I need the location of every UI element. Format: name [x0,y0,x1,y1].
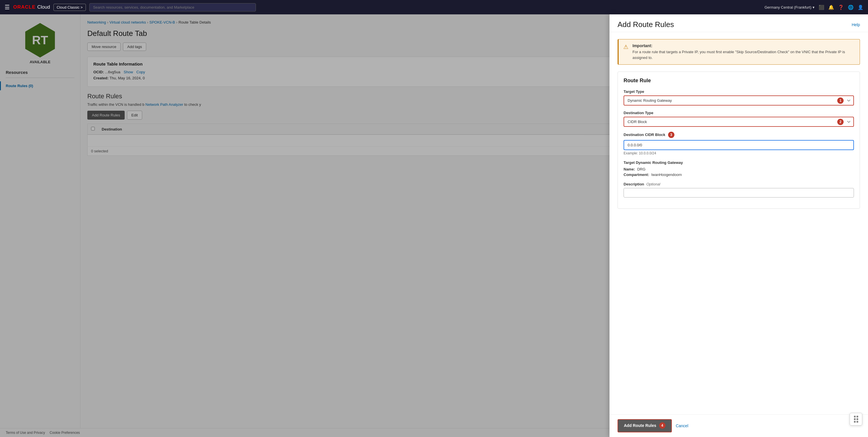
user-avatar-icon[interactable]: 👤 [858,5,863,10]
description-input[interactable] [624,188,854,198]
step-badge-4: 4 [659,423,665,429]
help-circle-icon[interactable]: ❓ [838,5,844,10]
banner-content: Important: For a route rule that targets… [632,43,855,60]
route-rule-card-title: Route Rule [624,78,854,84]
target-drg-compartment-row: Compartment: IwanHoogendoorn [624,173,854,177]
slide-panel: Add Route Rules Help ⚠ Important: For a … [610,14,868,437]
panel-body: ⚠ Important: For a route rule that targe… [610,32,868,414]
destination-cidr-label: Destination CIDR Block 3 [624,132,854,138]
destination-type-select-wrapper: CIDR Block Service 2 [624,117,854,127]
description-label: Description Optional [624,182,854,186]
target-drg-section-label: Target Dynamic Routing Gateway [624,161,854,165]
panel-help-link[interactable]: Help [851,23,860,27]
banner-title: Important: [632,43,855,48]
step-badge-2: 2 [837,119,844,125]
hamburger-icon[interactable]: ☰ [5,4,10,11]
target-type-select[interactable]: Dynamic Routing Gateway Internet Gateway… [624,95,854,106]
destination-type-group: Destination Type CIDR Block Service 2 [624,111,854,127]
globe-icon[interactable]: 🌐 [848,5,854,10]
destination-cidr-group: Destination CIDR Block 3 Example: 10.0.0… [624,132,854,155]
panel-footer: Add Route Rules 4 Cancel [610,414,868,437]
cloud-shell-icon[interactable]: ⬛ [818,5,824,10]
step-badge-3: 3 [668,132,674,138]
important-banner: ⚠ Important: For a route rule that targe… [618,39,860,65]
notification-bell-icon[interactable]: 🔔 [828,5,834,10]
warning-icon: ⚠ [623,43,628,60]
target-drg-name-row: Name: DRG [624,167,854,171]
destination-cidr-input[interactable] [624,140,854,150]
search-input[interactable] [89,3,256,11]
destination-type-label: Destination Type [624,111,854,115]
cloud-classic-button[interactable]: Cloud Classic > [54,4,86,11]
banner-text: For a route rule that targets a Private … [632,49,855,60]
target-drg-info: Target Dynamic Routing Gateway Name: DRG… [624,161,854,177]
top-nav: ☰ ORACLE Cloud Cloud Classic > Germany C… [0,0,868,14]
destination-type-select[interactable]: CIDR Block Service [624,117,854,127]
panel-title: Add Route Rules [618,20,674,29]
region-selector[interactable]: Germany Central (Frankfurt) ▾ [765,5,814,9]
panel-add-route-rules-button[interactable]: Add Route Rules 4 [618,419,672,432]
help-widget-grid [854,416,858,423]
target-type-group: Target Type Dynamic Routing Gateway Inte… [624,89,854,106]
target-type-select-wrapper: Dynamic Routing Gateway Internet Gateway… [624,95,854,106]
step-badge-1: 1 [837,97,844,104]
destination-cidr-hint: Example: 10.0.0.0/24 [624,151,854,155]
panel-header: Add Route Rules Help [610,14,868,32]
nav-right-controls: Germany Central (Frankfurt) ▾ ⬛ 🔔 ❓ 🌐 👤 [765,5,863,10]
panel-cancel-button[interactable]: Cancel [676,424,688,428]
route-rule-card: Route Rule Target Type Dynamic Routing G… [618,71,860,209]
description-group: Description Optional [624,182,854,198]
help-widget[interactable] [849,413,862,426]
oracle-logo: ORACLE Cloud [13,4,50,10]
target-type-label: Target Type [624,89,854,94]
